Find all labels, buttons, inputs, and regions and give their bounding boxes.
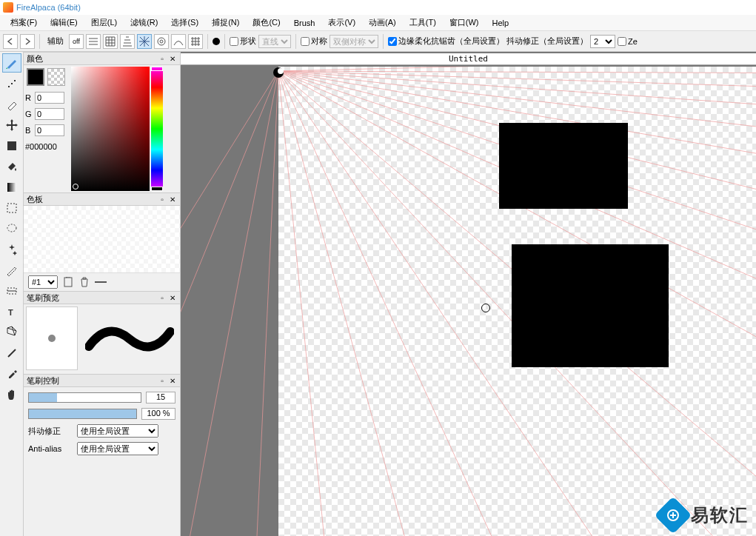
menu-filter[interactable]: 滤镜(R) — [124, 16, 164, 30]
color-b-input[interactable] — [35, 124, 64, 136]
dotpen-tool[interactable] — [2, 74, 21, 93]
snap-curve-button[interactable] — [171, 34, 186, 49]
shape-checkbox[interactable]: 形状 — [230, 36, 256, 47]
undock-icon[interactable]: ▫ — [158, 293, 167, 302]
color-g-input[interactable] — [35, 108, 64, 120]
eyedropper-tool[interactable] — [2, 364, 21, 383]
menu-select[interactable]: 选择(S) — [165, 16, 204, 30]
separator — [295, 34, 296, 49]
snap-parallel-button[interactable] — [86, 34, 101, 49]
palette-delete-icon[interactable] — [78, 276, 90, 288]
menu-edit[interactable]: 编辑(E) — [44, 16, 84, 30]
brush-cursor — [481, 304, 490, 312]
svg-rect-5 — [7, 141, 16, 150]
select-rect-tool[interactable] — [2, 198, 21, 218]
brush-tip-preview — [26, 306, 78, 370]
close-icon[interactable]: ✕ — [168, 195, 177, 204]
symmetry-checkbox[interactable]: 对称 — [301, 36, 327, 47]
menu-window[interactable]: 窗口(W) — [444, 16, 485, 30]
tool-column: T — [0, 52, 24, 536]
snap-radial-button[interactable] — [137, 34, 152, 49]
nav-prev-button[interactable] — [3, 34, 18, 49]
gradient-tool[interactable] — [2, 178, 21, 197]
svg-rect-4 — [14, 80, 16, 81]
undock-icon[interactable]: ▫ — [158, 376, 167, 385]
palette-line-icon[interactable] — [95, 276, 107, 288]
brush-tool[interactable] — [2, 53, 21, 73]
select-lasso-tool[interactable] — [2, 219, 21, 238]
palette-toolbar: #1 — [24, 272, 180, 291]
snap-vanish-button[interactable] — [188, 34, 203, 49]
hue-marker2 — [151, 187, 163, 191]
undock-icon[interactable]: ▫ — [158, 54, 167, 63]
brush-opacity-value[interactable]: 100 % — [141, 408, 175, 420]
antialias-select[interactable]: 使用全局设置 — [77, 442, 158, 455]
select-eraser-tool[interactable] — [2, 281, 21, 301]
magic-wand-tool[interactable] — [2, 240, 21, 259]
palette-preset-select[interactable]: #1 — [28, 275, 58, 289]
snap-off-button[interactable]: off — [69, 34, 84, 49]
palette-body[interactable] — [24, 206, 180, 272]
menu-tool[interactable]: 工具(T) — [404, 16, 442, 30]
brush-opacity-slider[interactable] — [28, 409, 137, 419]
svg-line-17 — [255, 71, 278, 536]
stabilize-label: 抖动修正（全局设置） — [506, 36, 588, 47]
svg-line-16 — [181, 71, 278, 536]
shape-select[interactable]: 直线 — [258, 35, 291, 48]
menu-view[interactable]: 表示(V) — [322, 16, 361, 30]
move-tool[interactable] — [2, 115, 21, 135]
brush-size-value[interactable]: 15 — [146, 392, 175, 403]
panels: 颜色 ▫ ✕ R G B #000000 色板 — [24, 52, 181, 536]
separator — [224, 34, 225, 49]
ze-checkbox[interactable]: Ze — [618, 37, 638, 46]
hand-tool[interactable] — [2, 385, 21, 404]
stabilize-select[interactable]: 使用全局设置 — [77, 424, 158, 438]
undock-icon[interactable]: ▫ — [158, 195, 167, 204]
close-icon[interactable]: ✕ — [168, 54, 177, 63]
brushctl-body: 15 100 % 抖动修正 使用全局设置 Anti-alias 使用全局设置 — [24, 387, 180, 460]
svg-rect-6 — [7, 183, 16, 192]
palette-add-icon[interactable] — [62, 276, 74, 288]
menu-snap[interactable]: 捕捉(N) — [206, 16, 245, 30]
snap-perspective-button[interactable] — [120, 34, 135, 49]
eraser-tool[interactable] — [2, 95, 21, 114]
snap-grid-button[interactable] — [103, 34, 118, 49]
menu-anim[interactable]: 动画(A) — [363, 16, 402, 30]
fill-tool[interactable] — [2, 136, 21, 155]
aa-checkbox[interactable]: 边缘柔化抗锯齿（全局设置） — [388, 36, 504, 47]
toolbar: 辅助 off 形状 直线 对称 双侧对称 边缘柔化抗锯齿（全局设置） 抖动修正（… — [0, 31, 756, 52]
separator — [39, 34, 40, 49]
color-field[interactable] — [71, 67, 150, 191]
close-icon[interactable]: ✕ — [168, 376, 177, 385]
brush-size-slider[interactable] — [28, 392, 141, 403]
stabilize-select[interactable]: 2 — [590, 35, 615, 48]
menu-layer[interactable]: 图层(L) — [85, 16, 123, 30]
menu-color[interactable]: 颜色(C) — [247, 16, 286, 30]
canvas-rect-2 — [512, 244, 669, 367]
color-hex: #000000 — [25, 142, 70, 151]
bucket-tool[interactable] — [2, 157, 21, 176]
snap-circle-button[interactable] — [154, 34, 169, 49]
text-tool[interactable]: T — [2, 302, 21, 321]
background-swatch[interactable] — [47, 68, 65, 86]
svg-rect-3 — [8, 86, 10, 87]
stabilize-label: 抖动修正 — [28, 426, 73, 437]
color-picker-cursor — [73, 184, 78, 190]
color-r-input[interactable] — [35, 92, 64, 104]
antialias-label: Anti-alias — [28, 444, 73, 453]
select-pen-tool[interactable] — [2, 261, 21, 280]
assist-label: 辅助 — [44, 36, 67, 47]
divide-tool[interactable] — [2, 344, 21, 363]
foreground-swatch[interactable] — [27, 68, 44, 86]
watermark: 易软汇 — [660, 502, 749, 529]
svg-rect-7 — [7, 204, 16, 212]
object-tool[interactable] — [2, 323, 21, 342]
menu-brush[interactable]: Brush — [288, 17, 321, 29]
symmetry-select[interactable]: 双侧对称 — [330, 35, 378, 48]
menu-help[interactable]: Help — [486, 17, 515, 29]
close-icon[interactable]: ✕ — [168, 293, 177, 302]
nav-next-button[interactable] — [20, 34, 35, 49]
menu-file[interactable]: 档案(F) — [4, 16, 43, 30]
svg-point-0 — [158, 38, 165, 45]
hue-slider[interactable] — [151, 67, 163, 191]
